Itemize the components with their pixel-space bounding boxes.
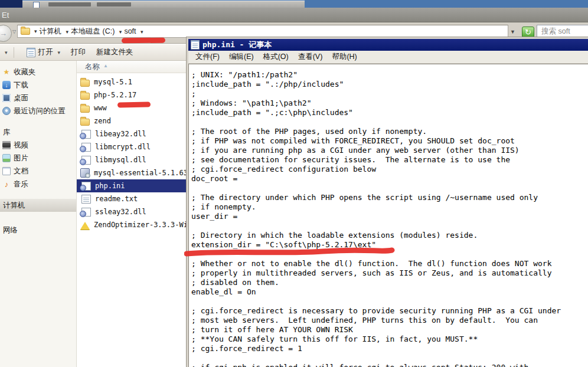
- sidebar-item[interactable]: 文档: [0, 165, 76, 178]
- chevron-down-icon: ▾: [58, 50, 61, 55]
- file-icon: [80, 222, 90, 230]
- red-marker-soft-breadcrumb: [122, 38, 165, 44]
- editor-line: ; if cgi.nph is enabled it will force cg…: [191, 363, 588, 367]
- toolbar-separator: [14, 47, 14, 58]
- sidebar-item-icon: [2, 81, 11, 89]
- sidebar-item[interactable]: 网络: [0, 224, 76, 237]
- editor-line: ; if nonempty.: [191, 202, 588, 212]
- sidebar-item[interactable]: 计算机: [0, 199, 76, 212]
- editor-line: ; turn it off here AT YOUR OWN RISK: [191, 325, 588, 335]
- red-marker-php-folder: [117, 102, 151, 108]
- sidebar-item-icon: [2, 154, 11, 162]
- sidebar-item[interactable]: 库: [0, 126, 76, 139]
- folder-icon: [21, 28, 30, 35]
- chevron-down-icon[interactable]: ▾: [64, 29, 71, 35]
- explorer-titlebar[interactable]: Et: [0, 8, 588, 22]
- editor-line: [191, 297, 588, 306]
- explorer-title-fragment: Et: [2, 11, 9, 19]
- sidebar-item-icon: [2, 68, 11, 76]
- file-icon: [80, 80, 90, 87]
- notepad-titlebar[interactable]: php.ini - 记事本: [188, 39, 588, 51]
- background-window-title-blur: [48, 2, 91, 6]
- file-icon: [81, 143, 91, 152]
- file-icon: [81, 195, 91, 204]
- forward-arrow-icon: →: [0, 29, 7, 38]
- editor-line: doc_root =: [191, 174, 588, 184]
- file-icon: [81, 182, 91, 191]
- address-bar[interactable]: ▾ 计算机 ▾ 本地磁盘 (C:) ▾ soft ▾: [17, 25, 508, 38]
- editor-line: [191, 353, 588, 363]
- sidebar-item-icon: [2, 167, 11, 175]
- menu-item[interactable]: 编辑(E): [224, 51, 259, 63]
- breadcrumb-segment[interactable]: soft: [124, 27, 136, 35]
- sidebar-item-icon: [2, 94, 11, 102]
- background-window-titlebar: [22, 1, 305, 8]
- background-window-strip: [0, 0, 588, 8]
- sidebar-item-icon: [2, 141, 11, 149]
- red-marker-extension-dir: [184, 244, 397, 258]
- chevron-down-icon[interactable]: ▾: [117, 29, 125, 35]
- menu-item[interactable]: 格式(O): [259, 51, 293, 63]
- editor-line: ;include_path = ".;c:\php\includes": [191, 108, 588, 117]
- editor-line: ; disabled on them.: [191, 278, 588, 287]
- sidebar-item-icon: [2, 107, 11, 115]
- sidebar-item[interactable]: 音乐: [0, 178, 76, 191]
- editor-line: ; Whether or not to enable the dl() func…: [191, 259, 588, 268]
- editor-line: ; cgi.force_redirect configuration below: [191, 165, 588, 174]
- file-icon: [80, 168, 90, 178]
- sort-ascending-icon: ▲: [103, 63, 108, 68]
- editor-line: ; properly in multithreaded servers, suc…: [191, 268, 588, 278]
- nav-history-dropdown-icon[interactable]: ▽: [12, 29, 16, 34]
- background-window-title-blur: [97, 2, 131, 6]
- search-placeholder: 搜索 soft: [541, 27, 570, 37]
- editor-line: [191, 117, 588, 127]
- chevron-down-icon[interactable]: ▾: [138, 29, 146, 35]
- notepad-file-icon: [27, 48, 35, 57]
- sidebar-item[interactable]: 收藏夹: [0, 65, 76, 78]
- refresh-icon: ↻: [525, 28, 531, 37]
- notepad-window: php.ini - 记事本 文件(F)编辑(E)格式(O)查看(V)帮助(H) …: [186, 37, 588, 367]
- editor-line: user_dir =: [191, 212, 588, 221]
- new-folder-button[interactable]: 新建文件夹: [91, 45, 139, 59]
- breadcrumb-segment[interactable]: 计算机: [40, 27, 62, 35]
- forward-button[interactable]: →: [0, 25, 12, 42]
- file-icon: [81, 208, 91, 217]
- menu-item[interactable]: 帮助(H): [327, 51, 361, 63]
- editor-line: ; cgi.force_redirect = 1: [191, 344, 588, 353]
- menu-item[interactable]: 查看(V): [293, 51, 328, 63]
- editor-line: ; The root of the PHP pages, used only i…: [191, 127, 588, 136]
- editor-line: ;: [191, 89, 588, 99]
- file-icon: [81, 130, 91, 139]
- file-icon: [80, 119, 90, 126]
- organize-dropdown-icon[interactable]: ▾: [5, 50, 8, 55]
- notepad-title: php.ini - 记事本: [202, 40, 272, 50]
- breadcrumb-segment[interactable]: 本地磁盘 (C:): [71, 27, 115, 35]
- editor-line: ; **You CAN safely turn this off for IIS…: [191, 335, 588, 344]
- editor-line: ; Directory in which the loadable extens…: [191, 231, 588, 240]
- menu-item[interactable]: 文件(F): [191, 51, 224, 63]
- sidebar-item[interactable]: 视频: [0, 139, 76, 152]
- sidebar-item-icon: [2, 180, 11, 188]
- editor-line: ; cgi.force_redirect is necessary to pro…: [191, 306, 588, 316]
- notepad-editor[interactable]: ; UNIX: "/path1:/path2";include_path = "…: [188, 64, 588, 367]
- sidebar-item[interactable]: 下载: [0, 78, 76, 91]
- editor-line: enable_dl = On: [191, 287, 588, 297]
- editor-line: ; if you are running php as a CGI under …: [191, 146, 588, 155]
- editor-line: ; The directory under which PHP opens th…: [191, 193, 588, 202]
- print-button[interactable]: 打印: [66, 45, 91, 59]
- desktop: Et → ▽ ▾ 计算机 ▾ 本地磁盘 (C:) ▾: [0, 0, 588, 367]
- notepad-icon: [191, 40, 200, 50]
- editor-line: [191, 221, 588, 231]
- sidebar-item[interactable]: 图片: [0, 152, 76, 165]
- editor-line: ; Windows: "\path1;\path2": [191, 99, 588, 108]
- editor-line: ; UNIX: "/path1:/path2": [191, 70, 588, 80]
- sidebar-item[interactable]: 桌面: [0, 91, 76, 104]
- chevron-down-icon[interactable]: ▾: [32, 28, 40, 34]
- open-button[interactable]: 打开 ▾: [21, 45, 66, 59]
- search-box[interactable]: 搜索 soft: [537, 25, 588, 38]
- sidebar-item[interactable]: 最近访问的位置: [0, 104, 76, 117]
- breadcrumb: 计算机 ▾ 本地磁盘 (C:) ▾ soft ▾: [40, 27, 146, 37]
- notepad-menubar: 文件(F)编辑(E)格式(O)查看(V)帮助(H): [188, 51, 588, 64]
- address-dropdown-icon[interactable]: ▼: [510, 29, 515, 35]
- background-window-corner: [0, 0, 22, 8]
